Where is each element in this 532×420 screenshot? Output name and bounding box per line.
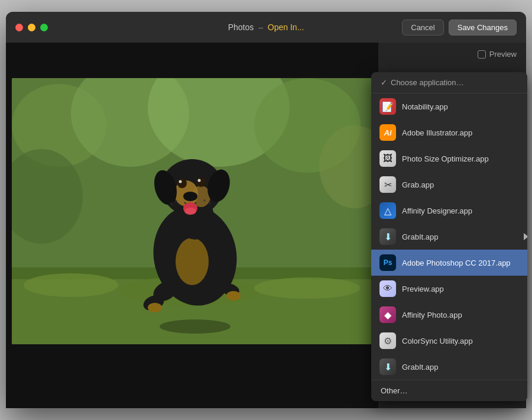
app-icon-preview: 👁: [379, 280, 396, 297]
dropdown-item-grabit[interactable]: ⬇GrabIt.app: [371, 224, 527, 250]
dropdown-item-label-notability: Notability.app: [402, 102, 448, 111]
svg-point-31: [183, 192, 197, 201]
photo-container: [12, 78, 372, 344]
app-icon-grabit: ⬇: [379, 228, 396, 245]
svg-point-33: [184, 208, 196, 215]
dropdown-items-container: 📝Notability.appAiAdobe Illustrator.app🖼P…: [371, 93, 527, 380]
preview-checkbox-container[interactable]: Preview: [478, 50, 517, 59]
app-icon-photoshop: Ps: [379, 254, 396, 271]
svg-point-19: [226, 291, 241, 301]
preview-label: Preview: [489, 50, 517, 59]
dropdown-item-colorsync[interactable]: ⚙ColorSync Utility.app: [371, 328, 527, 354]
dropdown-item-photoshop[interactable]: PsAdobe Photoshop CC 2017.app: [371, 250, 527, 276]
close-button[interactable]: [15, 24, 23, 31]
svg-point-30: [198, 179, 201, 182]
dropdown-item-affinity-photo[interactable]: ◆Affinity Photo.app: [371, 302, 527, 328]
svg-point-27: [177, 179, 187, 188]
svg-point-20: [148, 303, 162, 312]
title-separator: –: [258, 22, 263, 32]
app-icon-illustrator: Ai: [379, 124, 396, 141]
app-icon-colorsync: ⚙: [379, 332, 396, 349]
dropdown-item-photosize[interactable]: 🖼Photo Size Optimizer.app: [371, 146, 527, 172]
app-icon-grab: ✂: [379, 176, 396, 193]
sidebar: Preview ✓ Choose application… 📝Notabilit…: [378, 43, 526, 408]
save-changes-button[interactable]: Save Changes: [449, 20, 517, 35]
titlebar-buttons: Cancel Save Changes: [402, 20, 517, 35]
app-icon-notability: 📝: [379, 98, 396, 115]
app-icon-affinity-designer: △: [379, 202, 396, 219]
svg-point-12: [160, 319, 231, 334]
svg-point-34: [175, 200, 177, 202]
traffic-lights: [15, 24, 48, 31]
svg-point-29: [179, 180, 182, 183]
photo-image: [12, 78, 372, 344]
photo-area: [6, 43, 378, 408]
titlebar: Photos – Open In... Cancel Save Changes: [6, 12, 526, 43]
dropdown-item-affinity-designer[interactable]: △Affinity Designer.app: [371, 198, 527, 224]
dropdown-item-label-preview: Preview.app: [402, 285, 444, 293]
dropdown-item-illustrator[interactable]: AiAdobe Illustrator.app: [371, 119, 527, 146]
app-dropdown: ✓ Choose application… 📝Notability.appAiA…: [371, 72, 527, 401]
preview-row: Preview: [378, 43, 526, 66]
minimize-button[interactable]: [28, 24, 35, 31]
dropdown-item-label-colorsync: ColorSync Utility.app: [402, 337, 473, 345]
app-icon-grabit2: ⬇: [379, 358, 396, 375]
dropdown-item-label-grabit2: GrabIt.app: [402, 363, 438, 371]
title-action: Open In...: [268, 22, 304, 32]
dropdown-item-grab[interactable]: ✂Grab.app: [371, 172, 527, 198]
dropdown-item-label-grab: Grab.app: [402, 180, 434, 189]
preview-checkbox-box[interactable]: [478, 50, 486, 59]
dropdown-item-label-affinity-photo: Affinity Photo.app: [402, 311, 462, 319]
svg-point-35: [170, 202, 173, 205]
title-app: Photos: [228, 22, 254, 32]
svg-point-11: [254, 277, 361, 299]
dropdown-item-label-illustrator: Adobe Illustrator.app: [402, 128, 472, 137]
dropdown-other-item[interactable]: Other…: [371, 380, 527, 401]
dropdown-item-label-affinity-designer: Affinity Designer.app: [402, 206, 472, 215]
app-icon-affinity-photo: ◆: [379, 306, 396, 323]
svg-point-14: [176, 238, 209, 285]
svg-point-9: [24, 273, 118, 297]
dropdown-other-label: Other…: [381, 386, 408, 395]
dropdown-item-label-grabit: GrabIt.app: [402, 232, 438, 241]
window-body: Preview ✓ Choose application… 📝Notabilit…: [6, 43, 526, 408]
svg-point-28: [196, 177, 206, 187]
svg-point-37: [208, 202, 210, 204]
window-title: Photos – Open In...: [228, 22, 304, 32]
maximize-button[interactable]: [40, 24, 48, 31]
cancel-button[interactable]: Cancel: [402, 20, 443, 35]
main-window: Photos – Open In... Cancel Save Changes: [6, 12, 526, 408]
dropdown-header: ✓ Choose application…: [371, 72, 527, 93]
dropdown-item-label-photoshop: Adobe Photoshop CC 2017.app: [402, 259, 511, 267]
app-icon-photosize: 🖼: [379, 150, 396, 167]
dropdown-header-label: Choose application…: [391, 78, 464, 87]
dropdown-item-label-photosize: Photo Size Optimizer.app: [402, 154, 489, 163]
dropdown-item-grabit2[interactable]: ⬇GrabIt.app: [371, 354, 527, 380]
puppy-svg: [12, 78, 372, 344]
checkmark-icon: ✓: [381, 78, 387, 87]
dropdown-item-preview[interactable]: 👁Preview.app: [371, 276, 527, 302]
dropdown-item-notability[interactable]: 📝Notability.app: [371, 93, 527, 119]
svg-point-36: [203, 199, 206, 202]
